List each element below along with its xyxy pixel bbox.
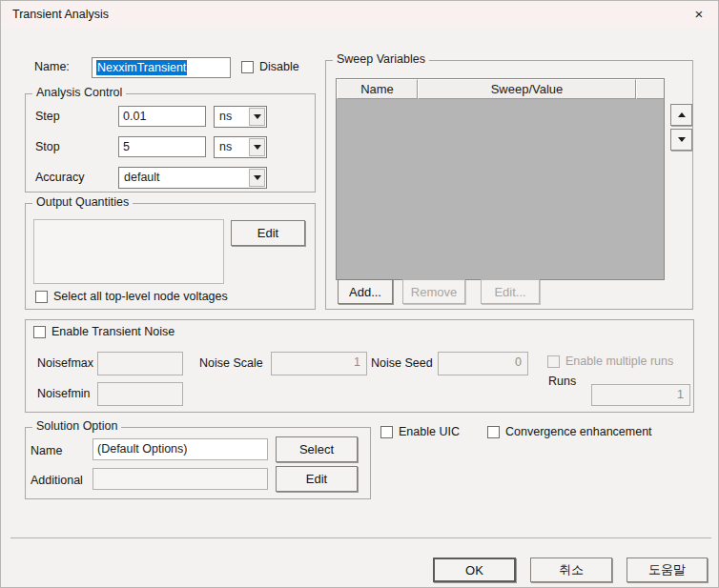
- output-quantities-group: Output Quantities Edit Select all top-le…: [25, 203, 316, 310]
- solution-select-button[interactable]: Select: [276, 436, 358, 462]
- enable-multiple-runs-checkbox: [547, 355, 560, 368]
- move-up-button[interactable]: [670, 104, 692, 126]
- noise-scale-input: 1: [271, 352, 367, 375]
- enable-uic-checkbox[interactable]: [380, 426, 393, 438]
- noise-scale-label: Noise Scale: [199, 356, 263, 370]
- cancel-button[interactable]: 취소: [530, 558, 612, 582]
- solution-option-group: Solution Option Name (Default Options) S…: [25, 427, 371, 499]
- runs-label: Runs: [548, 375, 576, 388]
- accuracy-dropdown[interactable]: default: [118, 167, 267, 189]
- output-quantities-legend: Output Quantities: [32, 195, 133, 209]
- close-icon[interactable]: ×: [688, 4, 710, 25]
- noise-seed-input: 0: [438, 352, 528, 375]
- stop-input[interactable]: 5: [118, 136, 206, 157]
- sweep-variables-group: Sweep Variables Name Sweep/Value Add... …: [325, 60, 693, 310]
- enable-transient-noise-checkbox[interactable]: [33, 326, 46, 338]
- stop-unit-value: ns: [219, 140, 232, 153]
- up-arrow-icon: [678, 112, 686, 117]
- analysis-control-group: Analysis Control Step 0.01 ns Stop 5 ns …: [25, 93, 316, 193]
- down-arrow-icon: [678, 137, 686, 142]
- output-quantities-list[interactable]: [33, 219, 224, 284]
- column-header-sweep-value[interactable]: Sweep/Value: [418, 79, 636, 99]
- ok-button[interactable]: OK: [433, 558, 516, 582]
- disable-checkbox[interactable]: [241, 61, 254, 73]
- select-all-node-voltages-checkbox[interactable]: [35, 291, 48, 303]
- output-quantities-edit-button[interactable]: Edit: [231, 220, 305, 246]
- sweep-add-button[interactable]: Add...: [338, 279, 393, 304]
- additional-label: Additional: [31, 474, 83, 487]
- solution-name-label: Name: [31, 444, 62, 457]
- footer-divider: [10, 537, 711, 538]
- convergence-enhancement-label: Convergence enhancement: [505, 425, 652, 438]
- enable-transient-noise-label: Enable Transient Noise: [51, 325, 175, 338]
- accuracy-label: Accuracy: [35, 171, 84, 184]
- noisefmin-input: [97, 382, 183, 406]
- step-label: Step: [35, 110, 60, 123]
- chevron-down-icon[interactable]: [249, 138, 265, 156]
- title-bar: Transient Analysis ×: [1, 1, 718, 28]
- column-header-name[interactable]: Name: [337, 79, 418, 99]
- accuracy-value: default: [124, 171, 160, 184]
- dialog-title: Transient Analysis: [12, 8, 109, 21]
- noisefmax-label: Noisefmax: [37, 356, 93, 370]
- runs-input: 1: [591, 384, 690, 406]
- additional-input[interactable]: [92, 468, 268, 490]
- noisefmax-input: [97, 352, 183, 375]
- convergence-enhancement-checkbox[interactable]: [487, 426, 500, 438]
- enable-multiple-runs-label: Enable multiple runs: [565, 355, 673, 368]
- sweep-edit-button[interactable]: Edit...: [481, 279, 540, 304]
- chevron-down-icon[interactable]: [249, 169, 265, 187]
- transient-noise-group: Enable Transient Noise Noisefmax Noise S…: [25, 319, 694, 413]
- chevron-down-icon[interactable]: [249, 108, 265, 126]
- sweep-variables-table[interactable]: Name Sweep/Value: [336, 78, 665, 280]
- stop-unit-dropdown[interactable]: ns: [214, 136, 267, 158]
- step-unit-value: ns: [219, 110, 232, 123]
- sweep-variables-table-header: Name Sweep/Value: [337, 79, 664, 99]
- solution-name-input[interactable]: (Default Options): [92, 438, 268, 460]
- sweep-variables-legend: Sweep Variables: [333, 52, 429, 66]
- move-down-button[interactable]: [670, 129, 692, 151]
- stop-label: Stop: [35, 140, 60, 153]
- additional-edit-button[interactable]: Edit: [276, 466, 358, 492]
- noise-seed-label: Noise Seed: [371, 356, 433, 370]
- noisefmin-label: Noisefmin: [37, 387, 91, 400]
- step-unit-dropdown[interactable]: ns: [214, 106, 267, 128]
- select-all-node-voltages-label: Select all top-level node voltages: [53, 290, 228, 303]
- column-header-blank: [636, 79, 664, 99]
- sweep-remove-button[interactable]: Remove: [402, 279, 465, 304]
- step-input[interactable]: 0.01: [118, 106, 206, 127]
- help-button[interactable]: 도움말: [627, 558, 708, 582]
- transient-analysis-dialog: Transient Analysis × Name: NexximTransie…: [0, 0, 719, 588]
- name-input[interactable]: NexximTransient: [92, 57, 231, 78]
- name-input-selected-text: NexximTransient: [96, 60, 187, 75]
- enable-uic-label: Enable UIC: [399, 425, 460, 438]
- name-label: Name:: [34, 60, 70, 73]
- analysis-control-legend: Analysis Control: [32, 86, 126, 99]
- solution-option-legend: Solution Option: [32, 419, 121, 433]
- disable-label: Disable: [259, 60, 299, 73]
